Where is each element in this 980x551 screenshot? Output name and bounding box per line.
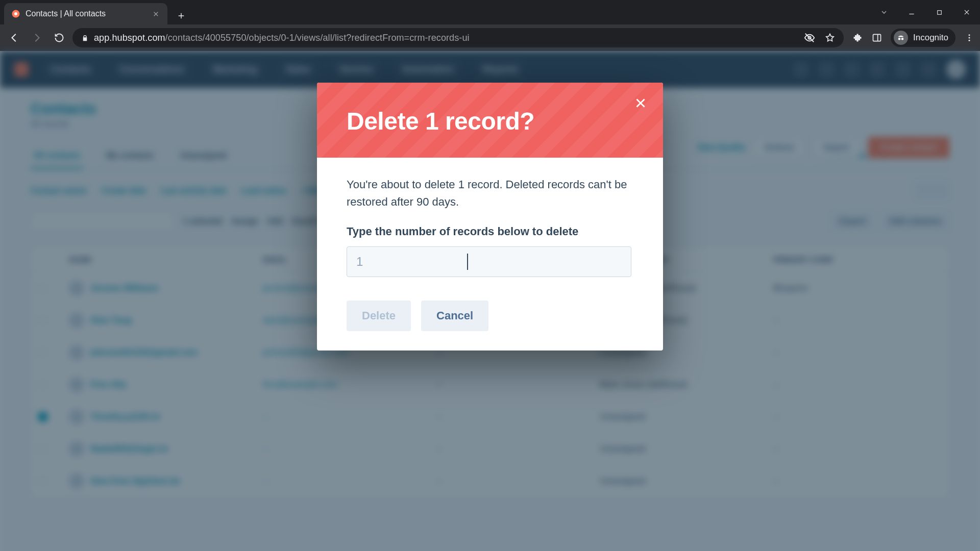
window-controls — [871, 0, 980, 24]
tab-title: Contacts | All contacts — [26, 9, 146, 18]
browser-chrome: Contacts | All contacts — [0, 0, 980, 51]
minimize-window-button[interactable] — [898, 2, 925, 22]
bookmark-star-icon[interactable] — [824, 32, 836, 43]
cancel-button[interactable]: Cancel — [421, 300, 488, 331]
modal-actions: Delete Cancel — [347, 300, 633, 331]
kebab-menu-icon[interactable] — [964, 32, 975, 43]
delete-button[interactable]: Delete — [347, 300, 411, 331]
modal-input-label: Type the number of records below to dele… — [347, 225, 633, 238]
browser-tab[interactable]: Contacts | All contacts — [4, 3, 167, 24]
toolbar-right: Incognito — [848, 29, 975, 47]
svg-rect-2 — [937, 10, 941, 14]
address-bar[interactable]: app.hubspot.com/contacts/40055750/object… — [72, 28, 844, 47]
extensions-icon[interactable] — [852, 32, 863, 43]
svg-point-7 — [969, 34, 970, 36]
svg-point-9 — [969, 40, 970, 41]
svg-point-6 — [901, 38, 904, 40]
close-tab-icon[interactable] — [151, 9, 160, 18]
incognito-icon — [894, 31, 908, 45]
incognito-indicator[interactable]: Incognito — [891, 29, 955, 47]
svg-point-1 — [14, 12, 17, 15]
reload-button[interactable] — [50, 29, 68, 47]
url-path: /contacts/40055750/objects/0-1/views/all… — [165, 33, 470, 43]
new-tab-button[interactable] — [173, 7, 190, 24]
confirm-count-input[interactable] — [347, 246, 631, 277]
omnibox-actions — [804, 32, 836, 43]
url-host: app.hubspot.com — [94, 33, 165, 43]
maximize-window-button[interactable] — [926, 2, 952, 22]
modal-title: Delete 1 record? — [347, 107, 633, 135]
modal-body: You're about to delete 1 record. Deleted… — [317, 158, 663, 350]
browser-toolbar: app.hubspot.com/contacts/40055750/object… — [0, 24, 980, 51]
page-viewport: Contacts Conversations Marketing Sales S… — [0, 51, 980, 551]
incognito-label: Incognito — [913, 33, 948, 43]
modal-message: You're about to delete 1 record. Deleted… — [347, 176, 633, 211]
svg-point-5 — [898, 38, 901, 40]
forward-button[interactable] — [28, 29, 46, 47]
tab-search-button[interactable] — [871, 2, 897, 22]
modal-close-button[interactable] — [631, 94, 650, 112]
url-text: app.hubspot.com/contacts/40055750/object… — [94, 33, 470, 43]
back-button[interactable] — [5, 29, 23, 47]
svg-point-8 — [969, 37, 970, 39]
hubspot-favicon-icon — [11, 9, 20, 18]
text-cursor-icon — [467, 254, 468, 270]
lock-icon — [81, 34, 89, 42]
modal-header: Delete 1 record? — [317, 83, 663, 158]
tab-strip: Contacts | All contacts — [0, 0, 980, 24]
svg-rect-4 — [873, 34, 881, 41]
close-window-button[interactable] — [953, 2, 980, 22]
eye-off-icon[interactable] — [804, 32, 815, 43]
side-panel-icon[interactable] — [871, 32, 883, 43]
delete-record-modal: Delete 1 record? You're about to delete … — [317, 83, 663, 350]
